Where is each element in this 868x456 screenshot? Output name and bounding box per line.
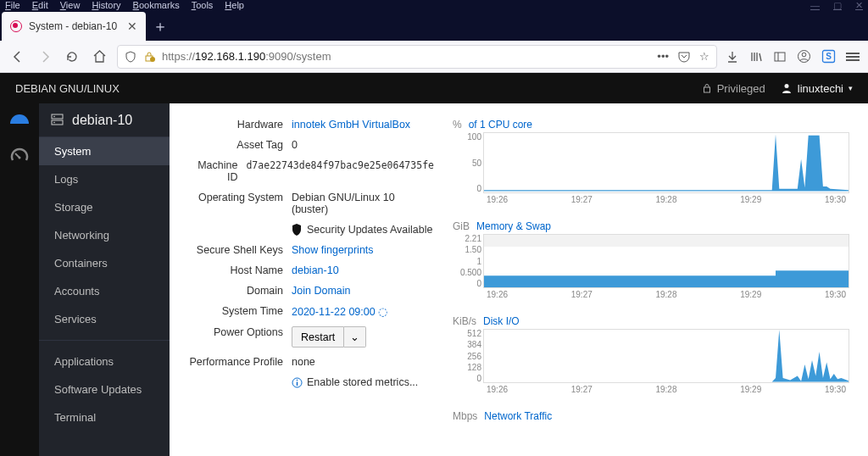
shield-icon <box>125 51 136 63</box>
account-icon[interactable] <box>797 49 811 64</box>
cockpit-topbar: DEBIAN GNU/LINUX Privileged linuxtechi ▾ <box>0 73 868 103</box>
sidebar: debian-10 System Logs Storage Networking… <box>0 103 170 456</box>
sidebar-host[interactable]: debian-10 <box>39 103 170 137</box>
menu-history[interactable]: History <box>92 0 120 10</box>
machine-id-label: Machine ID <box>188 159 237 183</box>
bookmark-star-icon[interactable]: ☆ <box>699 50 709 64</box>
nav-terminal[interactable]: Terminal <box>39 403 170 431</box>
os-label: Operating System <box>188 192 283 203</box>
svg-line-11 <box>15 153 19 158</box>
menu-help[interactable]: Help <box>225 0 244 10</box>
menu-edit[interactable]: Edit <box>32 0 48 10</box>
os-brand: DEBIAN GNU/LINUX <box>15 82 120 95</box>
gauge-icon[interactable] <box>10 146 29 164</box>
sidebar-toggle-icon[interactable] <box>773 50 787 64</box>
nav-back-button[interactable] <box>8 47 27 66</box>
nav-logs[interactable]: Logs <box>39 165 170 193</box>
svg-text:S: S <box>826 52 832 61</box>
main-content: Hardwareinnotek GmbH VirtualBox Asset Ta… <box>170 103 868 456</box>
domain-link[interactable]: Join Domain <box>292 285 434 297</box>
user-icon <box>781 82 793 94</box>
window-close-icon[interactable]: ✕ <box>855 0 863 11</box>
cpu-unit: % <box>453 119 462 131</box>
security-shield-icon <box>292 224 302 236</box>
reader-pocket-icon[interactable] <box>677 50 691 64</box>
nav-reload-button[interactable] <box>63 47 81 66</box>
nav-forward-button <box>36 47 54 66</box>
asset-tag-label: Asset Tag <box>188 139 283 151</box>
perf-profile-value: none <box>292 356 434 368</box>
nav-services[interactable]: Services <box>39 305 170 333</box>
os-value: Debian GNU/Linux 10 (buster) <box>292 192 434 215</box>
asset-tag-value: 0 <box>292 139 434 151</box>
url-text: https://192.168.1.190:9090/system <box>162 50 331 63</box>
nav-networking[interactable]: Networking <box>39 221 170 249</box>
svg-rect-12 <box>52 114 63 119</box>
cpu-chart-link[interactable]: of 1 CPU core <box>469 119 532 131</box>
info-icon <box>292 377 303 388</box>
window-maximize-icon[interactable]: ▢ <box>833 0 842 11</box>
sidebar-iconbar <box>0 103 39 456</box>
library-icon[interactable] <box>749 50 763 64</box>
extension-s-icon[interactable]: S <box>821 49 836 64</box>
nav-applications[interactable]: Applications <box>39 348 170 375</box>
restart-button[interactable]: Restart <box>292 326 344 348</box>
sync-spinner-icon: ◌ <box>378 306 387 318</box>
server-icon <box>51 114 64 126</box>
downloads-icon[interactable] <box>726 50 739 64</box>
nav-system[interactable]: System <box>39 137 170 165</box>
ssh-keys-link[interactable]: Show fingerprints <box>292 244 434 256</box>
new-tab-button[interactable]: ＋ <box>146 12 175 41</box>
dashboard-icon[interactable] <box>8 112 31 125</box>
svg-point-9 <box>784 84 788 88</box>
lock-warning-icon <box>143 51 155 63</box>
system-time-link[interactable]: 2020-11-22 09:00 ◌ <box>292 305 434 318</box>
nav-accounts[interactable]: Accounts <box>39 277 170 305</box>
browser-tab-active[interactable]: System - debian-10 ✕ <box>2 12 146 41</box>
menu-bookmarks[interactable]: Bookmarks <box>133 0 180 10</box>
browser-toolbar: https://192.168.1.190:9090/system ••• ☆ … <box>0 41 868 73</box>
svg-rect-2 <box>775 53 785 61</box>
hostname-label: Host Name <box>188 264 283 276</box>
memory-chart-link[interactable]: Memory & Swap <box>476 220 551 232</box>
svg-point-5 <box>802 53 806 57</box>
security-updates-link[interactable]: Security Updates Available <box>292 224 434 236</box>
network-chart: MbpsNetwork Traffic <box>453 410 849 422</box>
window-minimize-icon[interactable]: — <box>810 0 820 11</box>
system-time-label: System Time <box>188 305 283 317</box>
tab-title: System - debian-10 <box>29 20 117 32</box>
network-chart-link[interactable]: Network Traffic <box>484 410 552 422</box>
hardware-label: Hardware <box>188 119 283 131</box>
page-actions-icon[interactable]: ••• <box>657 50 669 64</box>
hostname-link[interactable]: debian-10 <box>292 264 434 276</box>
perf-profile-label: Performance Profile <box>188 356 283 368</box>
url-bar[interactable]: https://192.168.1.190:9090/system ••• ☆ <box>117 45 717 69</box>
browser-tabstrip: System - debian-10 ✕ ＋ <box>0 8 868 41</box>
ssh-keys-label: Secure Shell Keys <box>188 244 283 256</box>
menu-file[interactable]: File <box>5 0 20 10</box>
nav-containers[interactable]: Containers <box>39 249 170 277</box>
tab-close-icon[interactable]: ✕ <box>127 19 137 33</box>
browser-menubar: File Edit View History Bookmarks Tools H… <box>0 0 868 8</box>
nav-home-button[interactable] <box>90 47 108 66</box>
sidebar-nav: debian-10 System Logs Storage Networking… <box>39 103 170 456</box>
privileged-indicator[interactable]: Privileged <box>702 82 765 95</box>
nav-software-updates[interactable]: Software Updates <box>39 375 170 403</box>
user-menu[interactable]: linuxtechi ▾ <box>781 82 853 95</box>
power-options-caret[interactable]: ⌄ <box>344 326 366 348</box>
menu-tools[interactable]: Tools <box>192 0 214 10</box>
menu-view[interactable]: View <box>60 0 81 10</box>
hardware-value[interactable]: innotek GmbH VirtualBox <box>292 119 434 131</box>
charts-panel: %of 1 CPU core 100500 19:2619:2719:2819:… <box>453 119 849 456</box>
mem-unit: GiB <box>453 220 470 232</box>
domain-label: Domain <box>188 285 283 297</box>
lock-icon <box>702 83 712 93</box>
nav-storage[interactable]: Storage <box>39 193 170 221</box>
svg-point-14 <box>53 116 55 118</box>
disk-chart-link[interactable]: Disk I/O <box>483 315 520 327</box>
memory-chart: GiBMemory & Swap 2.211.5010.5000 19:2619… <box>453 220 849 300</box>
enable-metrics-link[interactable]: Enable stored metrics... <box>292 376 434 388</box>
app-menu-button[interactable] <box>846 51 860 63</box>
svg-point-1 <box>150 57 155 62</box>
system-info-panel: Hardwareinnotek GmbH VirtualBox Asset Ta… <box>188 119 434 456</box>
